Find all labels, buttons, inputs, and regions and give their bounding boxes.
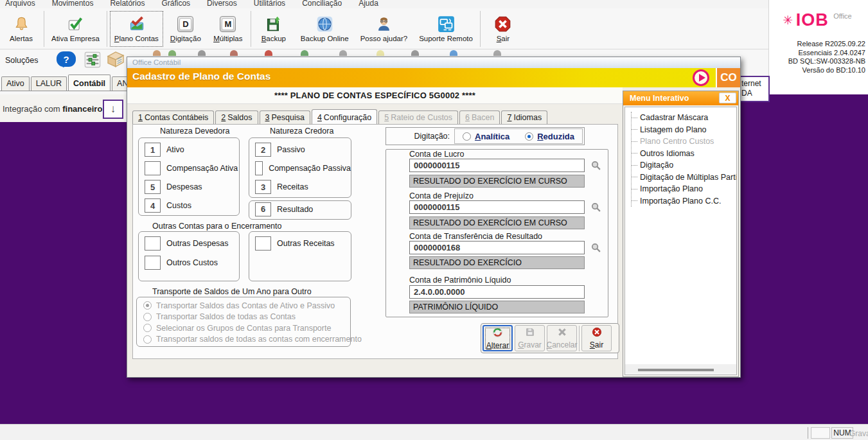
conta-prejuizo-label: Conta de Prejuízo xyxy=(409,191,474,200)
bell-icon xyxy=(13,15,30,33)
natureza-devedora-group: 1 Ativo Compensação Ativa 5 Despesas 4 C… xyxy=(138,137,240,216)
menu-utilitarios[interactable]: Utilitários xyxy=(254,0,285,8)
menu-interativo-list: Cadastrar Máscara Listagem do Plano Plan… xyxy=(624,107,737,375)
tab-contas-contabeis[interactable]: 1Contas Contábeis xyxy=(132,110,214,124)
lookup-icon[interactable] xyxy=(590,160,601,171)
horizontal-scrollbar[interactable] xyxy=(625,364,736,374)
radio-icon xyxy=(143,313,152,321)
menu-interativo-close-button[interactable]: X xyxy=(719,92,736,103)
tab-bacen: 6Bacen xyxy=(459,110,500,124)
menu-ajuda[interactable]: Ajuda xyxy=(359,0,378,8)
menu-graficos[interactable]: Gráficos xyxy=(161,0,190,8)
conta-lucro-input[interactable]: 0000000115 xyxy=(409,159,585,172)
toolbar-label: Backup xyxy=(261,35,286,42)
menu-item-importacao-plano[interactable]: Importação Plano xyxy=(632,183,736,195)
toolbar-label: Sair xyxy=(497,35,509,42)
passivo-code-input[interactable]: 2 xyxy=(255,143,271,157)
integration-strip: Integração com financeiro ↓ xyxy=(0,94,127,122)
alterar-icon xyxy=(492,327,503,340)
compensacao-passiva-code-input[interactable] xyxy=(255,161,263,175)
menu-item-cadastrar-mascara[interactable]: Cadastrar Máscara xyxy=(632,112,736,124)
menu-conciliacao[interactable]: Conciliação xyxy=(302,0,342,8)
tab-lalur[interactable]: LALUR xyxy=(31,76,67,91)
menu-item-digitacao-multiplas[interactable]: Digitação de Múltiplas Partic xyxy=(632,172,736,184)
toolbar-multiplas-button[interactable]: M Múltiplas xyxy=(207,10,249,48)
star-icon: ✳ xyxy=(783,13,793,27)
exit-stop-icon xyxy=(494,15,511,33)
resultado-code-input[interactable]: 6 xyxy=(255,202,271,216)
outras-receitas-code-input[interactable] xyxy=(255,236,271,251)
menu-relatorios[interactable]: Relatórios xyxy=(110,0,145,8)
row-outras-despesas: Outras Despesas xyxy=(145,236,239,251)
toolbar-ativa-empresa-button[interactable]: Ativa Empresa xyxy=(46,10,105,48)
solucoes-label: Soluções xyxy=(5,56,38,65)
menu-item-listagem-plano[interactable]: Listagem do Plano xyxy=(632,124,736,136)
fragment-line: DA xyxy=(741,89,768,98)
notes-book-icon[interactable] xyxy=(105,49,126,73)
tab-contabil[interactable]: Contábil xyxy=(68,75,111,91)
conta-prejuizo-input[interactable]: 0000000115 xyxy=(409,200,585,214)
menu-item-outros-idiomas[interactable]: Outros Idiomas xyxy=(632,148,736,160)
radio-analitica[interactable]: Analítica xyxy=(463,132,509,141)
tab-configuracao[interactable]: 4Configuração xyxy=(312,109,377,124)
toolbar-posso-ajudar-button[interactable]: Posso ajudar? xyxy=(355,10,414,48)
custos-code-input[interactable]: 4 xyxy=(145,198,161,213)
iob-logo: ✳ IOB Office xyxy=(769,10,865,30)
despesas-code-input[interactable]: 5 xyxy=(145,180,161,194)
outras-despesas-code-input[interactable] xyxy=(145,236,161,251)
db-version-line: Versão do BD:10.10 xyxy=(788,66,865,75)
integration-download-button[interactable]: ↓ xyxy=(103,100,123,119)
toolbar-backup-button[interactable]: Backup xyxy=(252,10,295,48)
co-badge[interactable]: CO xyxy=(716,68,740,87)
toolbar2-icon-fragment xyxy=(153,50,161,56)
tab-saldos[interactable]: 2Saldos xyxy=(215,110,258,124)
plan-header: **** PLANO DE CONTAS ESPECÍFICO 5G0002 *… xyxy=(127,87,623,104)
toolbar-digitacao-button[interactable]: D Digitação xyxy=(164,10,207,48)
toolbar-backup-online-button[interactable]: Backup Online xyxy=(295,10,355,48)
toolbar-separator xyxy=(251,11,251,47)
scrollbar-thumb[interactable] xyxy=(638,369,714,371)
toolbar2-icon-fragment xyxy=(230,50,238,56)
nd-row-custos: 4 Custos xyxy=(145,198,239,213)
toolbar-plano-contas-button[interactable]: Plano Contas xyxy=(109,10,164,48)
lookup-icon[interactable] xyxy=(590,202,601,213)
alterar-button[interactable]: Alterar xyxy=(483,325,513,351)
floppy-arrow-icon xyxy=(265,15,282,33)
menubar: Arquivos Movimentos Relatórios Gráficos … xyxy=(0,0,868,8)
compensacao-ativa-code-input[interactable] xyxy=(145,161,161,175)
receitas-code-input[interactable]: 3 xyxy=(255,180,271,194)
radio-reduzida[interactable]: Reduzida xyxy=(525,132,574,141)
sair-button[interactable]: Sair xyxy=(581,325,612,351)
conta-patrimonio-label: Conta de Patrimônio Líquido xyxy=(409,276,511,285)
conta-patrimonio-input[interactable]: 2.4.0.00.0000 xyxy=(409,285,585,299)
green-check-icon xyxy=(67,15,84,33)
toolbar-sair-button[interactable]: Sair xyxy=(482,10,524,48)
tab-ativo[interactable]: Ativo xyxy=(1,76,30,91)
transporte-option: Transportar Saldos das Contas de Ativo e… xyxy=(143,300,350,312)
dialog-titlebar[interactable]: Office Contábil xyxy=(127,57,740,68)
tab-pesquisa[interactable]: 3Pesquisa xyxy=(260,110,310,124)
toolbar-alertas-button[interactable]: Alertas xyxy=(0,10,42,48)
menu-item-plano-centro-custos: Plano Centro Custos xyxy=(632,136,736,148)
cadastro-plano-contas-dialog: Office Contábil Cadastro de Plano de Con… xyxy=(127,57,741,378)
menu-arquivos[interactable]: Arquivos xyxy=(5,0,35,8)
help-bubble-button[interactable]: ? xyxy=(57,51,76,68)
toolbar-suporte-remoto-button[interactable]: Suporte Remoto xyxy=(413,10,479,48)
toolbar-label: Posso ajudar? xyxy=(360,35,408,42)
menu-item-importacao-plano-cc[interactable]: Importação Plano C.C. xyxy=(632,195,736,207)
toolbar-label: Digitação xyxy=(170,35,201,42)
integration-bold: financeiro xyxy=(62,104,102,114)
menu-movimentos[interactable]: Movimentos xyxy=(52,0,94,8)
menu-item-digitacao[interactable]: Digitação xyxy=(632,159,736,172)
menu-diversos[interactable]: Diversos xyxy=(207,0,237,8)
cancel-x-icon xyxy=(557,327,567,340)
outras-despesas-custos-group: Outras Despesas Outros Custos xyxy=(138,231,240,281)
lookup-icon[interactable] xyxy=(590,242,601,253)
outros-custos-code-input[interactable] xyxy=(145,256,161,270)
sliders-icon[interactable] xyxy=(84,51,102,71)
tab-idiomas[interactable]: 7Idiomas xyxy=(501,110,547,124)
ativo-code-input[interactable]: 1 xyxy=(145,143,161,157)
play-button[interactable] xyxy=(693,69,709,86)
conta-transferencia-input[interactable]: 0000000168 xyxy=(409,241,585,254)
nc-row-receitas: 3 Receitas xyxy=(255,180,351,194)
